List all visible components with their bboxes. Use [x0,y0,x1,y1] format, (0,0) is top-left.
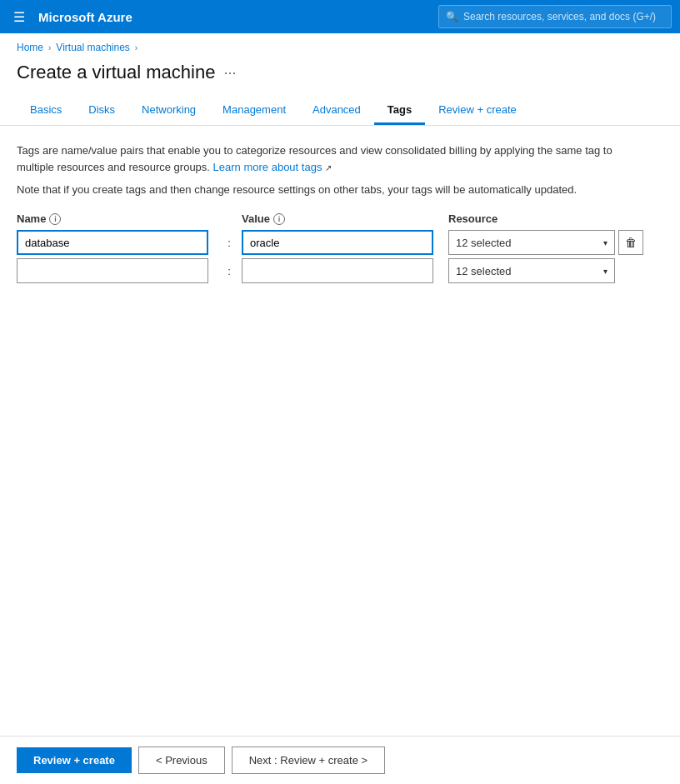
tag-resource-value-2: 12 selected [456,265,512,277]
value-info-icon[interactable]: i [273,213,285,225]
tag-resource-dropdown-1[interactable]: 12 selected ▾ [448,230,615,255]
dropdown-chevron-1: ▾ [603,238,608,247]
tag-resource-dropdown-btn-1[interactable]: 12 selected ▾ [448,230,615,255]
breadcrumb-virtual-machines[interactable]: Virtual machines [56,42,130,53]
breadcrumb: Home › Virtual machines › [0,33,680,62]
dropdown-chevron-2: ▾ [603,267,608,276]
tab-tags[interactable]: Tags [374,97,425,125]
external-link-icon: ↗ [325,163,332,172]
app-title: Microsoft Azure [38,10,430,24]
tag-value-input-2[interactable] [242,258,433,283]
search-icon: 🔍 [446,11,458,22]
tab-strip: Basics Disks Networking Management Advan… [0,97,680,126]
tab-advanced[interactable]: Advanced [299,97,374,125]
tab-basics[interactable]: Basics [17,97,75,125]
tag-delete-btn-1[interactable]: 🗑 [618,230,643,255]
tag-row-1: : 12 selected ▾ 🗑 [17,230,663,255]
name-col-header: Name i [17,212,217,225]
tag-row-2: : 12 selected ▾ [17,258,663,283]
info-text: Tags are name/value pairs that enable yo… [17,142,617,175]
tag-separator-2: : [228,265,231,277]
main-content: Tags are name/value pairs that enable yo… [0,126,680,303]
tag-resource-value-1: 12 selected [456,237,512,249]
page-title-row: Create a virtual machine ··· [0,62,680,97]
tab-networking[interactable]: Networking [128,97,209,125]
tab-review-create[interactable]: Review + create [425,97,530,125]
tag-resource-dropdown-btn-2[interactable]: 12 selected ▾ [448,258,615,283]
trash-icon-1: 🗑 [625,236,637,249]
tab-disks[interactable]: Disks [75,97,128,125]
breadcrumb-sep-2: › [135,43,138,52]
page-title: Create a virtual machine [17,62,215,83]
tag-name-input-1[interactable] [17,230,208,255]
learn-more-link[interactable]: Learn more about tags [213,161,322,173]
breadcrumb-home[interactable]: Home [17,42,43,53]
hamburger-menu[interactable]: ☰ [8,6,30,28]
note-text: Note that if you create tags and then ch… [17,183,617,196]
tag-resource-dropdown-2[interactable]: 12 selected ▾ [448,258,615,283]
search-bar[interactable]: 🔍 [438,5,672,28]
breadcrumb-sep-1: › [48,43,51,52]
page-options-button[interactable]: ··· [223,64,236,82]
tags-header: Name i Value i Resource [17,212,663,225]
value-col-header: Value i [242,212,442,225]
topbar: ☰ Microsoft Azure 🔍 [0,0,680,33]
name-info-icon[interactable]: i [49,213,61,225]
tag-name-input-2[interactable] [17,258,208,283]
tab-management[interactable]: Management [209,97,299,125]
resource-col-header: Resource [448,212,625,225]
tag-separator-1: : [228,237,231,249]
search-input[interactable] [463,11,664,22]
tag-value-input-1[interactable] [242,230,433,255]
